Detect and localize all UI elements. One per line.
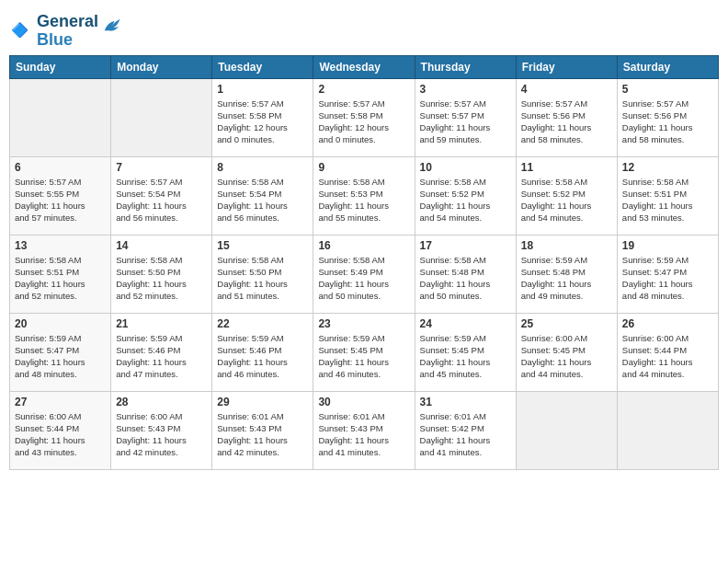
day-number: 20 — [15, 317, 106, 330]
day-number: 31 — [420, 396, 511, 408]
day-number: 18 — [521, 239, 612, 252]
day-info: Sunrise: 5:57 AMSunset: 5:57 PMDaylight:… — [420, 98, 511, 146]
day-info: Sunrise: 5:57 AMSunset: 5:54 PMDaylight:… — [116, 176, 207, 224]
day-info: Sunrise: 5:59 AMSunset: 5:46 PMDaylight:… — [116, 332, 207, 381]
day-number: 29 — [217, 396, 308, 408]
day-number: 27 — [15, 396, 106, 408]
calendar-cell: 25Sunrise: 6:00 AMSunset: 5:45 PMDayligh… — [516, 313, 617, 391]
calendar-cell: 23Sunrise: 5:59 AMSunset: 5:45 PMDayligh… — [313, 313, 415, 391]
calendar-cell: 21Sunrise: 5:59 AMSunset: 5:46 PMDayligh… — [111, 313, 212, 391]
day-number: 1 — [217, 83, 308, 96]
day-number: 26 — [622, 317, 713, 330]
calendar-cell: 17Sunrise: 5:58 AMSunset: 5:48 PMDayligh… — [415, 235, 516, 313]
day-number: 21 — [116, 317, 207, 330]
day-number: 25 — [521, 317, 612, 330]
calendar-header-row: SundayMondayTuesdayWednesdayThursdayFrid… — [10, 55, 719, 78]
day-info: Sunrise: 6:01 AMSunset: 5:42 PMDaylight:… — [420, 410, 511, 459]
calendar-cell: 22Sunrise: 5:59 AMSunset: 5:46 PMDayligh… — [212, 313, 313, 391]
calendar-cell — [617, 391, 718, 469]
day-number: 10 — [420, 161, 511, 174]
day-info: Sunrise: 5:57 AMSunset: 5:58 PMDaylight:… — [318, 98, 409, 146]
day-info: Sunrise: 5:57 AMSunset: 5:56 PMDaylight:… — [521, 98, 612, 146]
bird-icon — [101, 16, 121, 36]
day-info: Sunrise: 5:58 AMSunset: 5:50 PMDaylight:… — [116, 254, 207, 303]
day-info: Sunrise: 5:57 AMSunset: 5:58 PMDaylight:… — [217, 98, 308, 146]
calendar-cell: 19Sunrise: 5:59 AMSunset: 5:47 PMDayligh… — [617, 235, 718, 313]
day-info: Sunrise: 6:00 AMSunset: 5:45 PMDaylight:… — [521, 332, 612, 381]
day-info: Sunrise: 5:59 AMSunset: 5:47 PMDaylight:… — [622, 254, 713, 303]
day-info: Sunrise: 5:59 AMSunset: 5:45 PMDaylight:… — [420, 332, 511, 381]
calendar-cell: 4Sunrise: 5:57 AMSunset: 5:56 PMDaylight… — [516, 78, 617, 156]
day-number: 3 — [420, 83, 511, 96]
day-number: 19 — [622, 239, 713, 252]
day-number: 15 — [217, 239, 308, 252]
day-info: Sunrise: 5:58 AMSunset: 5:49 PMDaylight:… — [318, 254, 409, 303]
day-number: 8 — [217, 161, 308, 174]
calendar-cell: 14Sunrise: 5:58 AMSunset: 5:50 PMDayligh… — [111, 235, 212, 313]
day-number: 22 — [217, 317, 308, 330]
calendar-cell: 24Sunrise: 5:59 AMSunset: 5:45 PMDayligh… — [415, 313, 516, 391]
day-number: 5 — [622, 83, 713, 96]
day-number: 7 — [116, 161, 207, 174]
day-info: Sunrise: 6:01 AMSunset: 5:43 PMDaylight:… — [217, 410, 308, 459]
weekday-header-monday: Monday — [111, 55, 212, 78]
day-number: 11 — [521, 161, 612, 174]
calendar-cell: 10Sunrise: 5:58 AMSunset: 5:52 PMDayligh… — [415, 156, 516, 235]
calendar-cell: 12Sunrise: 5:58 AMSunset: 5:51 PMDayligh… — [617, 156, 718, 235]
weekday-header-friday: Friday — [516, 55, 617, 78]
day-number: 4 — [521, 83, 612, 96]
day-info: Sunrise: 5:57 AMSunset: 5:56 PMDaylight:… — [622, 98, 713, 146]
svg-text:🔷: 🔷 — [11, 20, 29, 38]
day-info: Sunrise: 5:59 AMSunset: 5:48 PMDaylight:… — [521, 254, 612, 303]
calendar-cell: 5Sunrise: 5:57 AMSunset: 5:56 PMDaylight… — [617, 78, 718, 156]
weekday-header-tuesday: Tuesday — [212, 55, 313, 78]
day-number: 14 — [116, 239, 207, 252]
day-number: 17 — [420, 239, 511, 252]
day-info: Sunrise: 5:58 AMSunset: 5:51 PMDaylight:… — [622, 176, 713, 224]
calendar-week-row: 6Sunrise: 5:57 AMSunset: 5:55 PMDaylight… — [10, 156, 719, 235]
calendar-cell: 3Sunrise: 5:57 AMSunset: 5:57 PMDaylight… — [415, 78, 516, 156]
day-number: 9 — [318, 161, 409, 174]
logo-icon: 🔷 — [11, 17, 37, 42]
day-info: Sunrise: 6:00 AMSunset: 5:44 PMDaylight:… — [15, 410, 106, 459]
calendar-cell: 31Sunrise: 6:01 AMSunset: 5:42 PMDayligh… — [415, 391, 516, 469]
calendar-week-row: 1Sunrise: 5:57 AMSunset: 5:58 PMDaylight… — [10, 78, 719, 156]
calendar-week-row: 20Sunrise: 5:59 AMSunset: 5:47 PMDayligh… — [10, 313, 719, 391]
calendar-cell: 13Sunrise: 5:58 AMSunset: 5:51 PMDayligh… — [10, 235, 111, 313]
calendar-cell: 15Sunrise: 5:58 AMSunset: 5:50 PMDayligh… — [212, 235, 313, 313]
calendar-table: SundayMondayTuesdayWednesdayThursdayFrid… — [9, 55, 719, 470]
day-number: 6 — [15, 161, 106, 174]
calendar-cell: 1Sunrise: 5:57 AMSunset: 5:58 PMDaylight… — [212, 78, 313, 156]
logo: 🔷 General Blue — [9, 13, 121, 50]
day-number: 28 — [116, 396, 207, 408]
weekday-header-thursday: Thursday — [415, 55, 516, 78]
day-info: Sunrise: 5:59 AMSunset: 5:45 PMDaylight:… — [318, 332, 409, 381]
day-info: Sunrise: 5:58 AMSunset: 5:54 PMDaylight:… — [217, 176, 308, 224]
day-info: Sunrise: 6:00 AMSunset: 5:44 PMDaylight:… — [622, 332, 713, 381]
calendar-cell: 7Sunrise: 5:57 AMSunset: 5:54 PMDaylight… — [111, 156, 212, 235]
calendar-cell: 29Sunrise: 6:01 AMSunset: 5:43 PMDayligh… — [212, 391, 313, 469]
calendar-cell: 2Sunrise: 5:57 AMSunset: 5:58 PMDaylight… — [313, 78, 415, 156]
day-info: Sunrise: 5:58 AMSunset: 5:48 PMDaylight:… — [420, 254, 511, 303]
calendar-cell: 16Sunrise: 5:58 AMSunset: 5:49 PMDayligh… — [313, 235, 415, 313]
day-info: Sunrise: 5:59 AMSunset: 5:46 PMDaylight:… — [217, 332, 308, 381]
day-info: Sunrise: 5:58 AMSunset: 5:53 PMDaylight:… — [318, 176, 409, 224]
day-number: 13 — [15, 239, 106, 252]
calendar-cell: 26Sunrise: 6:00 AMSunset: 5:44 PMDayligh… — [617, 313, 718, 391]
weekday-header-sunday: Sunday — [10, 55, 111, 78]
day-info: Sunrise: 5:58 AMSunset: 5:52 PMDaylight:… — [420, 176, 511, 224]
day-info: Sunrise: 6:00 AMSunset: 5:43 PMDaylight:… — [116, 410, 207, 459]
calendar-cell — [111, 78, 212, 156]
calendar-cell: 18Sunrise: 5:59 AMSunset: 5:48 PMDayligh… — [516, 235, 617, 313]
day-number: 30 — [318, 396, 409, 408]
page-header: 🔷 General Blue — [9, 9, 719, 50]
day-info: Sunrise: 5:58 AMSunset: 5:50 PMDaylight:… — [217, 254, 308, 303]
calendar-cell: 20Sunrise: 5:59 AMSunset: 5:47 PMDayligh… — [10, 313, 111, 391]
day-number: 2 — [318, 83, 409, 96]
calendar-cell: 28Sunrise: 6:00 AMSunset: 5:43 PMDayligh… — [111, 391, 212, 469]
calendar-cell: 8Sunrise: 5:58 AMSunset: 5:54 PMDaylight… — [212, 156, 313, 235]
logo-text: General Blue — [37, 13, 98, 50]
calendar-cell: 11Sunrise: 5:58 AMSunset: 5:52 PMDayligh… — [516, 156, 617, 235]
day-info: Sunrise: 5:58 AMSunset: 5:51 PMDaylight:… — [15, 254, 106, 303]
calendar-cell: 30Sunrise: 6:01 AMSunset: 5:43 PMDayligh… — [313, 391, 415, 469]
